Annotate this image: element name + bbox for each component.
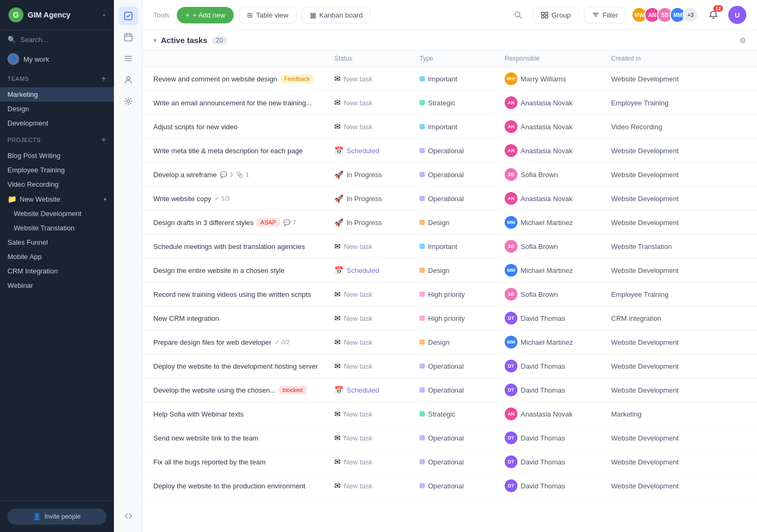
responsible-name: Anastasia Novak [521, 147, 573, 155]
teams-section-header: Teams + [7, 74, 106, 83]
status-icon: 🚀 [334, 218, 343, 227]
notifications-button[interactable]: 12 [704, 5, 723, 24]
list-icon [124, 54, 133, 63]
task-status: 🚀 In Progress [334, 218, 419, 227]
new-website-label: New Website [20, 195, 60, 203]
task-created-in: Website Development [611, 75, 746, 83]
sidebar-item-marketing[interactable]: Marketing [0, 87, 114, 102]
table-row[interactable]: Review and comment on website designFeed… [143, 67, 757, 91]
table-row[interactable]: Schedule meetings with best translation … [143, 235, 757, 259]
sidebar-item-new-website[interactable]: 📁 New Website ▾ [0, 192, 114, 206]
task-comments-meta: 💬3 [220, 171, 233, 178]
sidebar-item-development[interactable]: Development [0, 116, 114, 130]
type-text: Operational [428, 482, 464, 490]
table-view-button[interactable]: ⊞ Table view [239, 7, 297, 23]
sidebar-item-video-recording[interactable]: Video Recording [0, 177, 114, 192]
task-responsible: DT David Thomas [505, 312, 611, 325]
section-title: Active tasks [161, 36, 208, 45]
invite-people-button[interactable]: 👤 Invite people [7, 509, 106, 525]
type-dot [419, 435, 425, 440]
collapse-icon [124, 512, 133, 520]
table-row[interactable]: Design the entire website in a chosen st… [143, 259, 757, 282]
icon-bar-list[interactable] [119, 49, 138, 68]
task-status: ✉ New task [334, 362, 419, 370]
table-row[interactable]: Help Sofia with Webinar texts ✉ New task… [143, 402, 757, 426]
status-icon: ✉ [334, 458, 341, 466]
status-icon: ✉ [334, 338, 341, 346]
table-row[interactable]: Develop the website using the chosen...b… [143, 378, 757, 402]
column-settings-icon[interactable]: ⚙ [739, 36, 746, 45]
sidebar-item-crm-integration[interactable]: CRM Integration [0, 264, 114, 278]
table-row[interactable]: Fix all the bugs reported by the team ✉ … [143, 450, 757, 474]
employee-training-label: Employee Training [7, 166, 65, 174]
sidebar-item-website-development[interactable]: Website Development [0, 206, 114, 221]
icon-bar-calendar[interactable] [119, 28, 138, 47]
user-avatar[interactable]: U [728, 6, 746, 24]
task-status: ✉ New task [334, 434, 419, 442]
sidebar-header[interactable]: G GIM Agency ▾ [0, 0, 114, 30]
type-dot [419, 100, 425, 105]
icon-bar-collapse-button[interactable] [119, 506, 138, 526]
sidebar-item-webinar[interactable]: Webinar [0, 278, 114, 293]
sidebar-item-mobile-app[interactable]: Mobile App [0, 250, 114, 264]
table-row[interactable]: Record new training videos using the wri… [143, 282, 757, 306]
svg-line-11 [519, 16, 521, 19]
search-bar[interactable]: 🔍 Search... [0, 30, 114, 49]
responsible-name: David Thomas [521, 434, 565, 442]
sidebar-item-sales-funnel[interactable]: Sales Funnel [0, 235, 114, 250]
col-header-created-in: Created in [611, 55, 746, 62]
type-text: Operational [428, 362, 464, 370]
table-row[interactable]: Write website copy✓1/3 🚀 In Progress Ope… [143, 187, 757, 211]
sidebar-item-employee-training[interactable]: Employee Training [0, 163, 114, 177]
my-work-item[interactable]: 👤 My work [0, 49, 114, 69]
table-row[interactable]: Write meta title & meta description for … [143, 139, 757, 163]
group-button[interactable]: Group [533, 7, 579, 23]
table-row[interactable]: New CRM integration ✉ New task High prio… [143, 306, 757, 330]
icon-bar-settings[interactable] [119, 92, 138, 111]
search-button[interactable] [508, 5, 528, 24]
responsible-name: Michael Martinez [521, 219, 573, 227]
sidebar-item-blog-post-writing[interactable]: Blog Post Writing [0, 148, 114, 163]
responsible-name: David Thomas [521, 458, 565, 466]
table-row[interactable]: Design drafts in 3 different stylesASAP💬… [143, 211, 757, 235]
task-type: Operational [419, 362, 505, 370]
add-team-button[interactable]: + [101, 74, 106, 83]
add-project-button[interactable]: + [101, 136, 106, 144]
task-type: Operational [419, 482, 505, 490]
avatar-more[interactable]: +3 [682, 7, 698, 23]
responsible-name: Anastasia Novak [521, 195, 573, 203]
type-dot [419, 363, 425, 369]
task-name-text: New CRM integration [153, 314, 219, 322]
svg-point-8 [127, 77, 130, 80]
table-row[interactable]: Adjust scripts for new video ✉ New task … [143, 115, 757, 139]
task-name-text: Design the entire website in a chosen st… [153, 267, 284, 275]
icon-bar-people[interactable] [119, 70, 138, 89]
type-dot [419, 315, 425, 321]
responsible-avatar: AN [505, 408, 517, 420]
sidebar-item-website-translation[interactable]: Website Translation [0, 221, 114, 235]
table-row[interactable]: Write an email announcement for the new … [143, 91, 757, 115]
responsible-name: Sofia Brown [521, 243, 558, 251]
table-row[interactable]: Deploy the website to the development ho… [143, 354, 757, 378]
task-status: ✉ New task [334, 290, 419, 298]
responsible-name: Anastasia Novak [521, 99, 573, 107]
table-row[interactable]: Send new website link to the team ✉ New … [143, 426, 757, 450]
task-attachments-meta: 📎1 [236, 171, 249, 178]
sidebar-item-design[interactable]: Design [0, 102, 114, 116]
table-row[interactable]: Develop a wireframe💬3📎1 🚀 In Progress Op… [143, 163, 757, 187]
table-row[interactable]: Prepare design files for web developer✓0… [143, 330, 757, 354]
type-text: Operational [428, 434, 464, 442]
my-work-label: My work [23, 55, 49, 63]
table-column-headers: Status Type Responsible Created in [143, 51, 757, 67]
icon-bar-tasks[interactable] [119, 6, 138, 26]
section-chevron-icon[interactable]: ▾ [153, 37, 157, 44]
section-title-row: ▾ Active tasks 20 ⚙ [143, 30, 757, 51]
kanban-board-button[interactable]: ▦ Kanban board [302, 7, 371, 23]
type-dot [419, 148, 425, 153]
table-row[interactable]: Deploy the website to the production env… [143, 474, 757, 498]
add-new-button[interactable]: + + Add new [177, 7, 234, 23]
filter-button[interactable]: Filter [584, 7, 626, 23]
development-label: Development [7, 119, 48, 127]
status-text: New task [344, 123, 372, 131]
status-text: New task [344, 99, 372, 107]
